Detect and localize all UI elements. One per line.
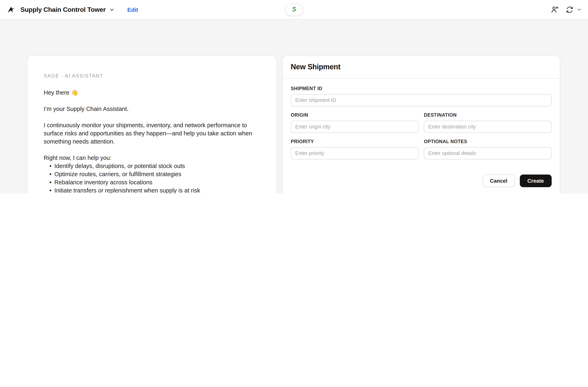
app-logo-bird-icon bbox=[6, 5, 16, 14]
shipment-id-input[interactable] bbox=[291, 94, 552, 106]
priority-field-group: PRIORITY bbox=[291, 139, 419, 159]
refresh-dropdown-chevron-icon[interactable] bbox=[577, 7, 582, 12]
capabilities-heading: Right now, I can help you: bbox=[44, 154, 260, 162]
destination-label: DESTINATION bbox=[424, 113, 552, 117]
priority-input[interactable] bbox=[291, 147, 419, 159]
capability-item: Rebalance inventory across locations bbox=[49, 178, 260, 186]
cancel-button[interactable]: Cancel bbox=[483, 174, 515, 187]
create-button[interactable]: Create bbox=[520, 174, 552, 187]
right-column: New Shipment SHIPMENT ID ORIGIN DESTINAT… bbox=[282, 56, 560, 194]
app-window: Supply Chain Control Tower Edit bbox=[0, 0, 588, 194]
origin-label: ORIGIN bbox=[291, 113, 419, 117]
notes-field-group: OPTIONAL NOTES bbox=[424, 139, 552, 159]
capability-item: Optimize routes, carriers, or fulfillmen… bbox=[49, 170, 260, 178]
title-dropdown-chevron-icon[interactable] bbox=[109, 7, 114, 12]
invite-user-icon[interactable] bbox=[550, 5, 559, 14]
shipment-id-label: SHIPMENT ID bbox=[291, 86, 552, 91]
new-shipment-card: New Shipment SHIPMENT ID ORIGIN DESTINAT… bbox=[282, 56, 560, 194]
assistant-eyebrow: SAGE · AI ASSISTANT bbox=[44, 73, 260, 79]
refresh-icon[interactable] bbox=[566, 5, 574, 14]
main-content: SAGE · AI ASSISTANT Hey there 👋 I’m your… bbox=[0, 19, 588, 194]
capability-item: Identify delays, disruptions, or potenti… bbox=[49, 162, 260, 170]
new-shipment-form: SHIPMENT ID ORIGIN DESTINATION bbox=[283, 79, 560, 194]
destination-input[interactable] bbox=[424, 121, 552, 133]
assistant-intro: I’m your Supply Chain Assistant. bbox=[44, 105, 260, 113]
edit-button[interactable]: Edit bbox=[127, 6, 138, 13]
assistant-monitor-paragraph: I continuously monitor your shipments, i… bbox=[44, 121, 260, 146]
notes-label: OPTIONAL NOTES bbox=[424, 139, 552, 144]
sage-pill-button[interactable] bbox=[285, 4, 303, 16]
topbar: Supply Chain Control Tower Edit bbox=[0, 0, 588, 19]
destination-field-group: DESTINATION bbox=[424, 113, 552, 133]
assistant-capabilities: Right now, I can help you: Identify dela… bbox=[44, 154, 260, 194]
origin-field-group: ORIGIN bbox=[291, 113, 419, 133]
sage-icon bbox=[290, 6, 298, 14]
page-title: Supply Chain Control Tower bbox=[21, 6, 105, 13]
notes-input[interactable] bbox=[424, 147, 552, 159]
priority-label: PRIORITY bbox=[291, 139, 419, 144]
shipment-id-field-group: SHIPMENT ID bbox=[291, 86, 552, 106]
assistant-card: SAGE · AI ASSISTANT Hey there 👋 I’m your… bbox=[27, 56, 277, 194]
assistant-greeting: Hey there 👋 bbox=[44, 89, 260, 97]
new-shipment-title: New Shipment bbox=[291, 63, 552, 71]
origin-input[interactable] bbox=[291, 121, 419, 133]
capability-item: Initiate transfers or replenishment when… bbox=[49, 186, 260, 194]
